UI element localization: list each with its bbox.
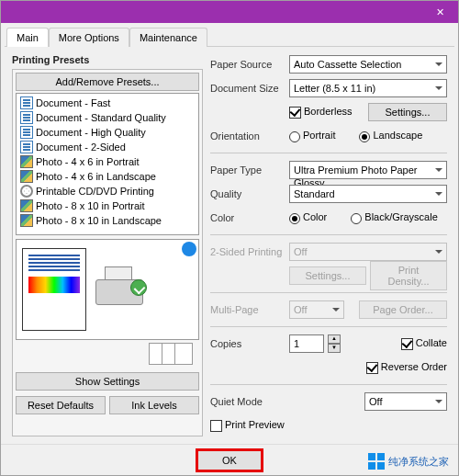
photo-icon (20, 155, 33, 168)
titlebar: ✕ (1, 1, 458, 23)
ink-levels-button[interactable]: Ink Levels (109, 396, 199, 414)
copies-label: Copies (210, 338, 285, 349)
paper-source-dropdown[interactable]: Auto Cassette Selection (289, 55, 447, 74)
preset-item[interactable]: Photo - 4 x 6 in Portrait (18, 154, 196, 169)
document-size-label: Document Size (210, 83, 285, 94)
photo-icon (20, 199, 33, 212)
copies-input[interactable]: 1 (289, 334, 324, 353)
preset-item[interactable]: Document - Fast (18, 96, 196, 110)
print-preview-checkbox[interactable]: Print Preview (210, 419, 285, 432)
separator (210, 326, 447, 327)
radio-icon (351, 213, 362, 224)
paper-type-dropdown[interactable]: Ultra Premium Photo Paper Glossy (289, 161, 447, 179)
reverse-order-checkbox[interactable]: Reverse Order (366, 361, 447, 374)
tab-strip: Main More Options Maintenance (1, 23, 458, 46)
document-size-dropdown[interactable]: Letter (8.5 x 11 in) (289, 79, 447, 97)
show-settings-button[interactable]: Show Settings (16, 372, 199, 391)
orientation-label: Orientation (210, 130, 285, 142)
close-button[interactable]: ✕ (421, 1, 458, 23)
cd-icon (20, 185, 33, 198)
borderless-settings-button[interactable]: Settings... (368, 103, 447, 121)
radio-icon (289, 131, 300, 142)
preset-item[interactable]: Document - High Quality (18, 125, 196, 140)
collate-checkbox[interactable]: Collate (401, 337, 447, 350)
separator (210, 384, 447, 385)
borderless-checkbox[interactable]: Borderless (289, 106, 353, 119)
step-down-icon[interactable]: ▼ (328, 344, 341, 353)
quality-dropdown[interactable]: Standard (289, 185, 447, 203)
tab-more-options[interactable]: More Options (49, 28, 129, 47)
preset-preview (16, 239, 199, 340)
printer-icon (92, 266, 147, 312)
checkbox-icon (289, 107, 301, 119)
portrait-radio[interactable]: Portrait (289, 130, 335, 142)
multipage-label: Multi-Page (210, 304, 285, 315)
checkbox-icon (401, 338, 413, 350)
multipage-dropdown: Off (289, 300, 344, 319)
watermark-icon (368, 453, 385, 470)
preset-item[interactable]: Photo - 8 x 10 in Landscape (18, 213, 196, 228)
page-thumbnails-icon (154, 343, 193, 365)
photo-icon (20, 170, 33, 183)
reset-defaults-button[interactable]: Reset Defaults (16, 396, 106, 414)
ok-button[interactable]: OK (197, 450, 262, 470)
print-dialog: ✕ Main More Options Maintenance Printing… (0, 0, 459, 476)
preset-item[interactable]: Photo - 8 x 10 in Portrait (18, 198, 196, 213)
document-icon (20, 141, 33, 153)
tab-maintenance[interactable]: Maintenance (129, 28, 207, 47)
radio-icon (359, 131, 370, 142)
watermark: 纯净系统之家 (368, 453, 449, 470)
watermark-text: 纯净系统之家 (388, 455, 449, 469)
presets-list[interactable]: Document - Fast Document - Standard Qual… (16, 93, 199, 235)
radio-icon (289, 213, 300, 224)
preview-page-icon (22, 248, 86, 331)
add-remove-presets-button[interactable]: Add/Remove Presets... (16, 73, 199, 91)
color-label: Color (210, 212, 285, 223)
quiet-mode-label: Quiet Mode (210, 396, 285, 407)
tab-body: Printing Presets Add/Remove Presets... D… (5, 46, 454, 459)
preset-item[interactable]: Printable CD/DVD Printing (18, 184, 196, 198)
grayscale-radio[interactable]: Black/Grayscale (351, 211, 437, 223)
2sided-settings-button: Settings... (289, 266, 366, 285)
network-badge-icon (182, 242, 196, 256)
document-icon (20, 126, 33, 139)
document-icon (20, 96, 33, 109)
quality-label: Quality (210, 188, 285, 199)
checkbox-icon (210, 420, 222, 432)
close-icon: ✕ (436, 6, 444, 18)
separator (210, 292, 447, 293)
preset-item[interactable]: Document - Standard Quality (18, 110, 196, 125)
document-icon (20, 111, 33, 124)
separator (210, 234, 447, 235)
quiet-mode-dropdown[interactable]: Off (364, 392, 447, 411)
presets-box: Add/Remove Presets... Document - Fast Do… (12, 69, 203, 436)
preset-item[interactable]: Photo - 4 x 6 in Landscape (18, 169, 196, 184)
paper-source-label: Paper Source (210, 59, 285, 70)
print-density-button: Print Density... (370, 261, 447, 290)
paper-type-label: Paper Type (210, 164, 285, 176)
left-panel: Printing Presets Add/Remove Presets... D… (12, 54, 203, 456)
page-order-button: Page Order... (359, 300, 447, 319)
separator (210, 153, 447, 153)
landscape-radio[interactable]: Landscape (359, 130, 422, 142)
copies-stepper[interactable]: ▲ ▼ (328, 334, 341, 353)
presets-heading: Printing Presets (12, 54, 203, 65)
preset-item[interactable]: Document - 2-Sided (18, 140, 196, 154)
color-radio[interactable]: Color (289, 211, 327, 223)
2sided-label: 2-Sided Printing (210, 246, 285, 257)
tab-main[interactable]: Main (6, 28, 49, 47)
right-panel: Paper Source Auto Cassette Selection Doc… (210, 54, 447, 456)
photo-icon (20, 214, 33, 227)
2sided-dropdown: Off (289, 243, 447, 261)
step-up-icon[interactable]: ▲ (328, 334, 341, 344)
checkbox-icon (366, 362, 378, 374)
